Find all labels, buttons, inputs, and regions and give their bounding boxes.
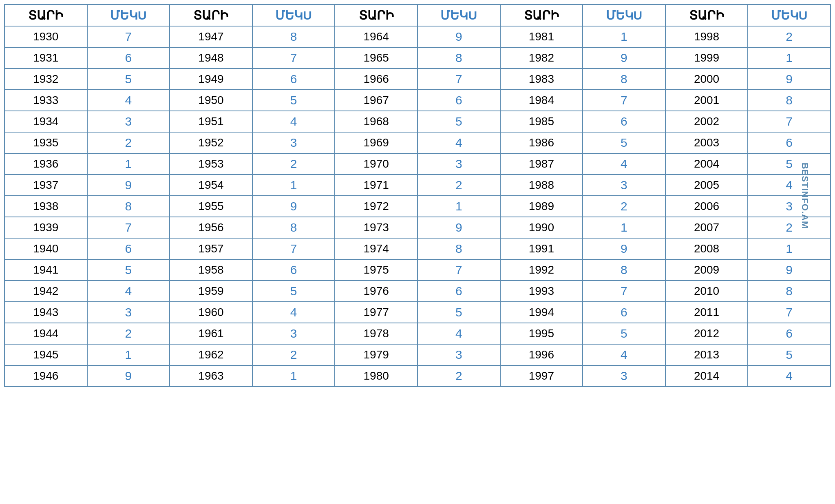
- num-cell: 6: [418, 281, 500, 302]
- year-cell: 1996: [500, 344, 583, 365]
- table-row: 1935219523196941986520036: [4, 132, 831, 153]
- table-row: 1940619577197481991920081: [4, 238, 831, 259]
- num-cell: 7: [748, 302, 831, 323]
- num-cell: 4: [583, 344, 665, 365]
- year-cell: 1984: [500, 90, 583, 111]
- table-row: 1931619487196581982919991: [4, 47, 831, 69]
- num-cell: 4: [87, 90, 170, 111]
- num-cell: 6: [252, 259, 335, 281]
- num-cell: 2: [87, 323, 170, 344]
- num-cell: 2: [418, 365, 500, 387]
- header-row: ՏԱՐԻՄԵԿUՏԱՐԻՄԵԿUՏԱՐԻՄԵԿUՏԱՐԻՄԵԿUՏԱՐԻՄԵԿU: [4, 4, 831, 26]
- num-cell: 2: [252, 344, 335, 365]
- year-cell: 1998: [665, 26, 748, 47]
- num-cell: 5: [87, 69, 170, 90]
- year-cell: 1975: [335, 259, 418, 281]
- num-cell: 9: [748, 69, 831, 90]
- year-cell: 2011: [665, 302, 748, 323]
- num-cell: 9: [583, 238, 665, 259]
- year-cell: 2005: [665, 175, 748, 196]
- table-row: 1942419595197661993720108: [4, 281, 831, 302]
- year-cell: 1958: [170, 259, 252, 281]
- year-cell: 1964: [335, 26, 418, 47]
- num-cell: 1: [252, 365, 335, 387]
- year-cell: 1957: [170, 238, 252, 259]
- table-row: 1932519496196671983820009: [4, 69, 831, 90]
- table-row: 1938819559197211989220063: [4, 196, 831, 217]
- year-cell: 1936: [4, 153, 87, 175]
- num-cell: 5: [252, 281, 335, 302]
- num-cell: 5: [252, 90, 335, 111]
- num-cell: 6: [583, 111, 665, 132]
- year-cell: 1973: [335, 217, 418, 238]
- year-cell: 1993: [500, 281, 583, 302]
- year-cell: 1965: [335, 47, 418, 69]
- year-cell: 2014: [665, 365, 748, 387]
- year-cell: 1988: [500, 175, 583, 196]
- year-cell: 1953: [170, 153, 252, 175]
- year-cell: 1982: [500, 47, 583, 69]
- column-header-2: ՏԱՐԻ: [170, 4, 252, 26]
- year-cell: 1951: [170, 111, 252, 132]
- num-cell: 4: [418, 132, 500, 153]
- num-cell: 9: [583, 47, 665, 69]
- year-cell: 1950: [170, 90, 252, 111]
- num-cell: 8: [418, 47, 500, 69]
- table-row: 1936119532197031987420045: [4, 153, 831, 175]
- num-cell: 1: [583, 26, 665, 47]
- table-row: 1937919541197121988320054: [4, 175, 831, 196]
- year-cell: 1972: [335, 196, 418, 217]
- year-cell: 2003: [665, 132, 748, 153]
- table-row: 1946919631198021997320144: [4, 365, 831, 387]
- num-cell: 8: [583, 259, 665, 281]
- year-cell: 1991: [500, 238, 583, 259]
- year-cell: 2007: [665, 217, 748, 238]
- column-header-7: ՄԵԿU: [583, 4, 665, 26]
- year-cell: 1969: [335, 132, 418, 153]
- year-cell: 1933: [4, 90, 87, 111]
- year-cell: 2009: [665, 259, 748, 281]
- year-cell: 1976: [335, 281, 418, 302]
- year-cell: 1943: [4, 302, 87, 323]
- table-row: 1934319514196851985620027: [4, 111, 831, 132]
- num-cell: 7: [87, 217, 170, 238]
- num-cell: 6: [87, 238, 170, 259]
- year-cell: 2001: [665, 90, 748, 111]
- num-cell: 4: [418, 323, 500, 344]
- num-cell: 8: [252, 26, 335, 47]
- num-cell: 7: [418, 259, 500, 281]
- num-cell: 5: [748, 344, 831, 365]
- watermark: BESTINFO.AM: [800, 162, 811, 229]
- num-cell: 2: [418, 175, 500, 196]
- column-header-1: ՄԵԿU: [87, 4, 170, 26]
- year-cell: 1980: [335, 365, 418, 387]
- num-cell: 9: [87, 365, 170, 387]
- column-header-4: ՏԱՐԻ: [335, 4, 418, 26]
- num-cell: 7: [748, 111, 831, 132]
- year-cell: 1938: [4, 196, 87, 217]
- num-cell: 4: [252, 111, 335, 132]
- year-cell: 1999: [665, 47, 748, 69]
- year-cell: 1952: [170, 132, 252, 153]
- num-cell: 7: [252, 238, 335, 259]
- num-cell: 4: [748, 175, 831, 196]
- year-cell: 1959: [170, 281, 252, 302]
- year-cell: 2004: [665, 153, 748, 175]
- num-cell: 6: [87, 47, 170, 69]
- year-cell: 1934: [4, 111, 87, 132]
- year-cell: 1968: [335, 111, 418, 132]
- num-cell: 3: [87, 302, 170, 323]
- num-cell: 9: [418, 217, 500, 238]
- num-cell: 4: [583, 153, 665, 175]
- table-row: 1939719568197391990120072: [4, 217, 831, 238]
- num-cell: 2: [748, 26, 831, 47]
- table-row: 1933419505196761984720018: [4, 90, 831, 111]
- year-cell: 1944: [4, 323, 87, 344]
- num-cell: 8: [748, 90, 831, 111]
- year-cell: 2010: [665, 281, 748, 302]
- num-cell: 7: [583, 281, 665, 302]
- table-body: 1930719478196491981119982193161948719658…: [4, 26, 831, 387]
- year-cell: 2002: [665, 111, 748, 132]
- column-header-0: ՏԱՐԻ: [4, 4, 87, 26]
- num-cell: 3: [748, 196, 831, 217]
